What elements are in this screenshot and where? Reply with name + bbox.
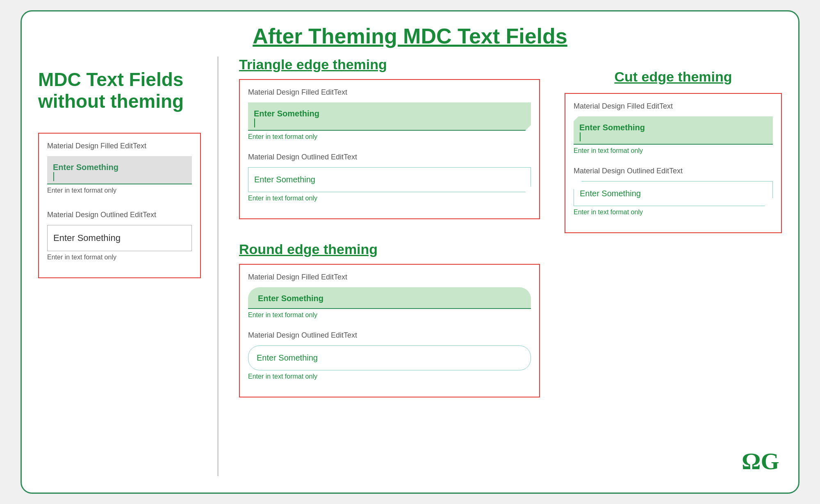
middle-column: Triangle edge theming Material Design Fi…	[219, 57, 552, 476]
notheme-filled-block: Material Design Filled EditText Enter So…	[47, 142, 192, 194]
round-panel: Material Design Filled EditText Enter So…	[239, 264, 540, 397]
cut-outlined-label: Material Design Outlined EditText	[574, 167, 773, 175]
round-outlined-helper: Enter in text format only	[248, 373, 531, 380]
svg-text:ΩG: ΩG	[742, 448, 779, 474]
notheme-filled-helper: Enter in text format only	[47, 187, 192, 194]
cut-heading: Cut edge theming	[565, 69, 782, 85]
triangle-panel: Material Design Filled EditText Enter So…	[239, 79, 540, 219]
triangle-filled-cursor	[254, 118, 255, 127]
notheme-outlined-block: Material Design Outlined EditText Enter …	[47, 211, 192, 261]
triangle-filled-block: Material Design Filled EditText Enter So…	[248, 88, 531, 141]
cut-filled-block: Material Design Filled EditText Enter So…	[574, 102, 773, 154]
right-column: Cut edge theming Material Design Filled …	[552, 57, 782, 476]
round-filled-block: Material Design Filled EditText Enter So…	[248, 273, 531, 319]
notheme-filled-label: Material Design Filled EditText	[47, 142, 192, 150]
notheme-outlined-label: Material Design Outlined EditText	[47, 211, 192, 219]
cut-filled-label: Material Design Filled EditText	[574, 102, 773, 111]
cut-filled-field[interactable]: Enter Something	[574, 116, 773, 145]
left-heading: MDC Text Fields without theming	[38, 69, 201, 112]
page-header: After Theming MDC Text Fields	[38, 24, 782, 48]
notheme-filled-text: Enter Something	[53, 163, 186, 172]
gfg-logo: ΩG	[742, 445, 779, 478]
triangle-outlined-block: Material Design Outlined EditText Enter …	[248, 153, 531, 202]
notheme-panel: Material Design Filled EditText Enter So…	[38, 133, 201, 278]
notheme-outlined-text: Enter Something	[53, 233, 186, 243]
triangle-outlined-label: Material Design Outlined EditText	[248, 153, 531, 161]
cut-filled-helper: Enter in text format only	[574, 147, 773, 154]
round-filled-field[interactable]: Enter Something	[248, 287, 531, 309]
round-filled-helper: Enter in text format only	[248, 311, 531, 319]
round-outlined-block: Material Design Outlined EditText Enter …	[248, 331, 531, 380]
triangle-outlined-text: Enter Something	[254, 175, 525, 184]
triangle-outlined-field[interactable]: Enter Something	[248, 167, 531, 192]
round-filled-label: Material Design Filled EditText	[248, 273, 531, 282]
content-row: MDC Text Fields without theming Material…	[38, 57, 782, 476]
triangle-heading: Triangle edge theming	[239, 57, 540, 73]
cut-panel: Material Design Filled EditText Enter So…	[565, 93, 782, 233]
triangle-outlined-helper: Enter in text format only	[248, 195, 531, 202]
cut-outlined-field[interactable]: Enter Something	[574, 181, 773, 206]
round-heading: Round edge theming	[239, 241, 540, 257]
triangle-filled-label: Material Design Filled EditText	[248, 88, 531, 97]
cut-outlined-text: Enter Something	[580, 189, 767, 198]
round-outlined-text: Enter Something	[257, 353, 522, 363]
triangle-filled-helper: Enter in text format only	[248, 133, 531, 141]
cut-section: Cut edge theming Material Design Filled …	[565, 69, 782, 245]
left-column: MDC Text Fields without theming Material…	[38, 57, 219, 476]
cut-filled-text: Enter Something	[579, 123, 767, 132]
notheme-outlined-helper: Enter in text format only	[47, 254, 192, 261]
round-outlined-label: Material Design Outlined EditText	[248, 331, 531, 340]
cut-outlined-block: Material Design Outlined EditText Enter …	[574, 167, 773, 216]
main-card: After Theming MDC Text Fields MDC Text F…	[20, 10, 800, 494]
notheme-filled-cursor	[53, 172, 54, 181]
cut-outlined-helper: Enter in text format only	[574, 209, 773, 216]
triangle-filled-field[interactable]: Enter Something	[248, 102, 531, 131]
round-section: Round edge theming Material Design Fille…	[239, 241, 540, 410]
triangle-filled-text: Enter Something	[254, 109, 525, 118]
cut-filled-cursor	[580, 132, 581, 141]
page-title: After Theming MDC Text Fields	[38, 24, 782, 48]
triangle-section: Triangle edge theming Material Design Fi…	[239, 57, 540, 232]
notheme-outlined-field[interactable]: Enter Something	[47, 225, 192, 251]
round-outlined-field[interactable]: Enter Something	[248, 345, 531, 370]
notheme-filled-field[interactable]: Enter Something	[47, 156, 192, 184]
round-filled-text: Enter Something	[258, 294, 521, 303]
